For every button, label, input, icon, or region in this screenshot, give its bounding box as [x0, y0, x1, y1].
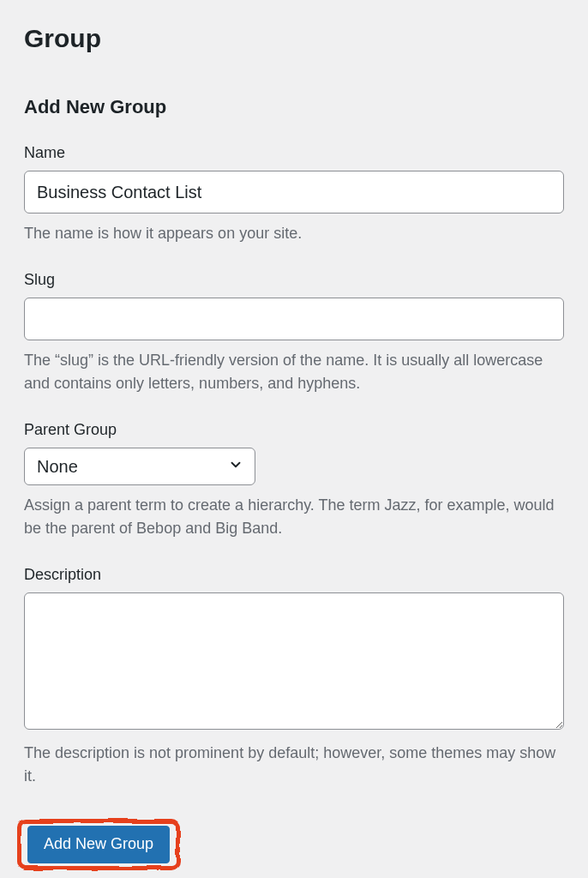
parent-group-select[interactable]: None: [24, 448, 255, 485]
parent-group-label: Parent Group: [24, 421, 564, 439]
name-field: Name The name is how it appears on your …: [24, 144, 564, 245]
name-input[interactable]: [24, 171, 564, 213]
parent-group-select-wrapper: None: [24, 448, 255, 485]
description-textarea[interactable]: [24, 592, 564, 730]
description-field: Description The description is not promi…: [24, 566, 564, 788]
slug-field: Slug The “slug” is the URL-friendly vers…: [24, 271, 564, 395]
parent-group-helper-text: Assign a parent term to create a hierarc…: [24, 494, 564, 540]
slug-label: Slug: [24, 271, 564, 289]
submit-highlight-wrapper: Add New Group: [17, 819, 180, 870]
slug-helper-text: The “slug” is the URL-friendly version o…: [24, 349, 564, 395]
name-helper-text: The name is how it appears on your site.: [24, 222, 564, 245]
form-section-title: Add New Group: [24, 96, 564, 118]
add-new-group-button[interactable]: Add New Group: [27, 826, 170, 863]
name-label: Name: [24, 144, 564, 162]
page-title: Group: [24, 17, 564, 53]
parent-group-field: Parent Group None Assign a parent term t…: [24, 421, 564, 540]
description-label: Description: [24, 566, 564, 584]
slug-input[interactable]: [24, 298, 564, 340]
description-helper-text: The description is not prominent by defa…: [24, 742, 564, 788]
